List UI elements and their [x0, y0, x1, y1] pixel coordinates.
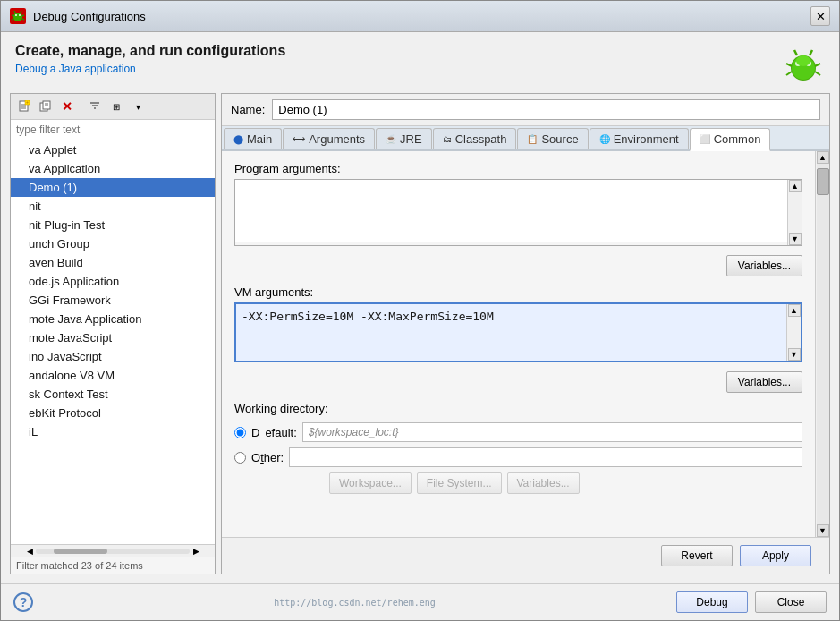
right-panel-scrollbar[interactable]: ▲ ▼ [815, 151, 829, 537]
close-window-button[interactable]: ✕ [810, 6, 830, 26]
tab-common[interactable]: ⬜ Common [690, 128, 771, 151]
delete-config-button[interactable]: ✕ [57, 97, 77, 116]
close-button[interactable]: Close [755, 591, 827, 613]
name-label: Name: [231, 103, 265, 116]
svg-line-7 [22, 15, 24, 16]
duplicate-config-button[interactable] [36, 97, 55, 116]
scroll-down-button[interactable]: ▼ [817, 524, 829, 537]
list-item[interactable]: sk Context Test [11, 385, 215, 404]
list-item[interactable]: va Applet [11, 140, 215, 159]
vm-args-variables-button[interactable]: Variables... [726, 371, 802, 393]
program-args-scrollbar[interactable]: ▲ ▼ [787, 180, 802, 245]
collapse-button[interactable]: ⊞ [106, 97, 126, 116]
arguments-tab-label: Arguments [309, 132, 365, 146]
title-bar-left: Debug Configurations [10, 8, 146, 24]
scroll-track[interactable] [36, 549, 190, 554]
tab-content: Program arguments: ▲ ▼ Variables... [222, 151, 815, 537]
bottom-right: Debug Close [676, 591, 827, 613]
revert-button[interactable]: Revert [661, 545, 733, 566]
common-tab-icon: ⬜ [700, 134, 710, 144]
vm-args-scrollbar[interactable]: ▲ ▼ [786, 304, 801, 361]
vm-args-section: VM arguments: -XX:PermSize=10M -XX:MaxPe… [234, 285, 802, 362]
list-item[interactable]: ode.js Application [11, 272, 215, 291]
scroll-down-arrow[interactable]: ▼ [789, 233, 802, 245]
classpath-tab-label: Classpath [455, 132, 507, 146]
apply-revert-row: Revert Apply [222, 537, 829, 574]
dropdown-button[interactable]: ▾ [128, 97, 148, 116]
name-row: Name: [222, 94, 829, 126]
list-item[interactable]: ino JavaScript [11, 347, 215, 366]
program-args-variables-row: Variables... [234, 255, 802, 276]
scroll-up-button[interactable]: ▲ [817, 151, 829, 164]
program-args-container: ▲ ▼ [234, 179, 802, 246]
list-item[interactable]: ebKit Protocol [11, 404, 215, 422]
main-tab-icon: ⬤ [233, 134, 243, 144]
list-item[interactable]: mote Java Application [11, 310, 215, 328]
list-item[interactable]: unch Group [11, 234, 215, 253]
default-workspace-input[interactable] [302, 422, 802, 442]
svg-line-16 [810, 50, 812, 55]
title-bar: Debug Configurations ✕ [1, 1, 839, 32]
list-item[interactable]: nit [11, 197, 215, 216]
list-item[interactable]: aven Build [11, 253, 215, 272]
tab-main[interactable]: ⬤ Main [224, 128, 282, 149]
list-item[interactable]: nit Plug-in Test [11, 216, 215, 234]
main-content: ✕ ⊞ ▾ va Applet va Application Demo [1, 93, 839, 583]
header-subtitle[interactable]: Debug a Java application [15, 63, 285, 75]
tab-source[interactable]: 📋 Source [517, 128, 588, 149]
classpath-tab-icon: 🗂 [443, 134, 452, 144]
program-args-section: Program arguments: ▲ ▼ [234, 162, 802, 246]
left-panel: ✕ ⊞ ▾ va Applet va Application Demo [10, 93, 216, 574]
vm-args-textarea[interactable]: -XX:PermSize=10M -XX:MaxPermSize=10M [236, 304, 801, 358]
config-list: va Applet va Application Demo (1) nit ni… [11, 140, 215, 544]
name-input[interactable] [272, 99, 820, 120]
svg-line-8 [12, 19, 13, 20]
list-item[interactable]: iL [11, 422, 215, 441]
tab-jre[interactable]: ☕ JRE [376, 128, 432, 149]
svg-line-20 [815, 72, 820, 75]
scroll-track[interactable] [817, 164, 829, 524]
vm-scroll-up[interactable]: ▲ [788, 304, 801, 317]
default-radio[interactable] [234, 427, 246, 438]
svg-line-18 [815, 64, 820, 66]
filter-input[interactable] [11, 120, 215, 140]
other-radio[interactable] [234, 452, 246, 464]
jre-tab-icon: ☕ [386, 134, 396, 144]
dir-variables-button: Variables... [507, 472, 580, 494]
svg-line-17 [786, 64, 792, 66]
working-dir-label: Working directory: [234, 402, 802, 415]
program-args-textarea[interactable] [235, 180, 802, 242]
list-item[interactable]: va Application [11, 159, 215, 178]
default-radio-label: D [251, 426, 259, 439]
list-item[interactable]: andalone V8 VM [11, 366, 215, 385]
header-area: Create, manage, and run configurations D… [1, 32, 839, 93]
help-button[interactable]: ? [13, 592, 33, 612]
list-item-selected[interactable]: Demo (1) [11, 178, 215, 197]
scroll-up-arrow[interactable]: ▲ [789, 180, 802, 192]
toolbar-separator [81, 98, 81, 115]
header-text: Create, manage, and run configurations D… [15, 43, 285, 75]
bottom-bar: ? http://blog.csdn.net/rehem.eng Debug C… [1, 583, 839, 620]
bug-header-icon [782, 43, 825, 86]
tab-classpath[interactable]: 🗂 Classpath [433, 128, 517, 149]
vm-args-variables-row: Variables... [234, 371, 802, 393]
svg-point-14 [796, 55, 810, 66]
horizontal-scrollbar[interactable]: ◀ ▶ [11, 544, 215, 557]
scroll-thumb[interactable] [54, 549, 107, 554]
scroll-thumb[interactable] [817, 168, 829, 195]
default-radio-row: Default: [234, 422, 802, 442]
tab-arguments[interactable]: ⟷ Arguments [283, 128, 375, 149]
new-config-button[interactable] [14, 97, 34, 116]
debug-button[interactable]: Debug [676, 591, 748, 613]
other-dir-input[interactable] [289, 447, 802, 467]
arguments-tab-icon: ⟷ [293, 134, 305, 144]
vm-scroll-down[interactable]: ▼ [788, 348, 801, 361]
right-panel: Name: ⬤ Main ⟷ Arguments ☕ JRE 🗂 [221, 93, 830, 574]
apply-button[interactable]: Apply [740, 545, 811, 566]
filter-button[interactable] [85, 97, 105, 116]
dialog-icon [10, 8, 26, 24]
list-item[interactable]: GGi Framework [11, 291, 215, 310]
list-item[interactable]: mote JavaScript [11, 328, 215, 347]
program-args-variables-button[interactable]: Variables... [726, 255, 802, 276]
tab-environment[interactable]: 🌐 Environment [590, 128, 689, 149]
